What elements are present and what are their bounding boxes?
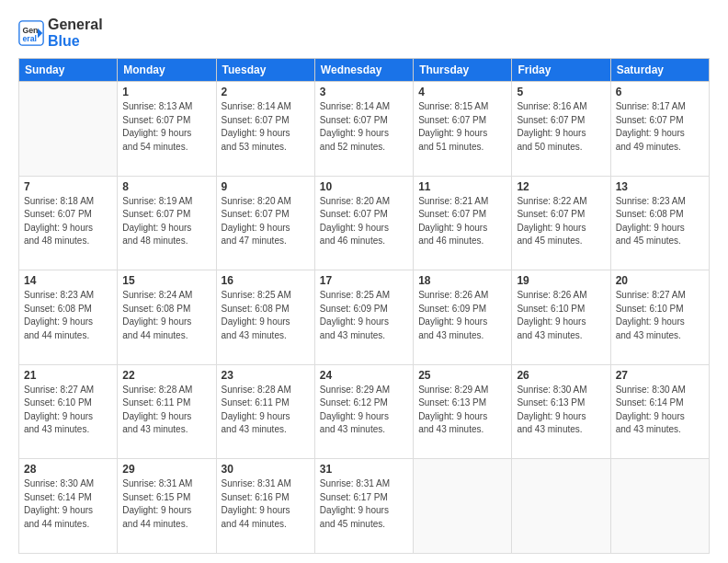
day-number: 31 — [320, 463, 408, 476]
day-number: 17 — [320, 274, 408, 287]
calendar-cell: 13Sunrise: 8:23 AMSunset: 6:08 PMDayligh… — [610, 176, 709, 270]
day-info: Sunrise: 8:25 AMSunset: 6:08 PMDaylight:… — [222, 289, 310, 342]
logo: Gen eral General Blue — [18, 17, 103, 49]
calendar-cell: 17Sunrise: 8:25 AMSunset: 6:09 PMDayligh… — [314, 270, 413, 365]
day-number: 20 — [616, 274, 704, 287]
day-info: Sunrise: 8:20 AMSunset: 6:07 PMDaylight:… — [222, 195, 310, 248]
calendar-week-row: 28Sunrise: 8:30 AMSunset: 6:14 PMDayligh… — [19, 459, 710, 554]
weekday-header-wednesday: Wednesday — [314, 59, 413, 82]
day-info: Sunrise: 8:28 AMSunset: 6:11 PMDaylight:… — [122, 384, 210, 437]
day-info: Sunrise: 8:27 AMSunset: 6:10 PMDaylight:… — [24, 384, 112, 437]
calendar-week-row: 7Sunrise: 8:18 AMSunset: 6:07 PMDaylight… — [19, 176, 710, 270]
calendar-cell — [19, 82, 118, 177]
day-info: Sunrise: 8:22 AMSunset: 6:07 PMDaylight:… — [517, 195, 605, 248]
day-number: 13 — [616, 180, 704, 193]
day-info: Sunrise: 8:14 AMSunset: 6:07 PMDaylight:… — [222, 100, 310, 154]
day-info: Sunrise: 8:24 AMSunset: 6:08 PMDaylight:… — [122, 289, 210, 342]
calendar-cell: 28Sunrise: 8:30 AMSunset: 6:14 PMDayligh… — [19, 459, 118, 554]
day-number: 6 — [616, 86, 704, 98]
calendar-cell: 18Sunrise: 8:26 AMSunset: 6:09 PMDayligh… — [414, 270, 512, 365]
day-info: Sunrise: 8:17 AMSunset: 6:07 PMDaylight:… — [616, 100, 704, 154]
day-info: Sunrise: 8:13 AMSunset: 6:07 PMDaylight:… — [122, 100, 210, 154]
day-number: 14 — [24, 274, 112, 287]
day-number: 30 — [222, 463, 310, 476]
calendar-cell — [610, 459, 709, 554]
header: Gen eral General Blue — [18, 17, 710, 49]
calendar-cell: 31Sunrise: 8:31 AMSunset: 6:17 PMDayligh… — [314, 459, 413, 554]
day-number: 29 — [122, 463, 210, 476]
day-number: 18 — [418, 274, 506, 287]
calendar-cell: 2Sunrise: 8:14 AMSunset: 6:07 PMDaylight… — [216, 82, 314, 177]
calendar-cell: 30Sunrise: 8:31 AMSunset: 6:16 PMDayligh… — [216, 459, 314, 554]
day-number: 3 — [320, 86, 408, 98]
day-info: Sunrise: 8:26 AMSunset: 6:10 PMDaylight:… — [517, 289, 605, 342]
calendar-table: SundayMondayTuesdayWednesdayThursdayFrid… — [18, 58, 710, 554]
day-number: 10 — [320, 180, 408, 193]
day-number: 25 — [418, 369, 506, 382]
svg-text:eral: eral — [22, 33, 37, 42]
calendar-cell: 9Sunrise: 8:20 AMSunset: 6:07 PMDaylight… — [216, 176, 314, 270]
page: Gen eral General Blue SundayMondayTuesda… — [0, 0, 728, 563]
day-info: Sunrise: 8:25 AMSunset: 6:09 PMDaylight:… — [320, 289, 408, 342]
day-number: 24 — [320, 369, 408, 382]
calendar-cell: 6Sunrise: 8:17 AMSunset: 6:07 PMDaylight… — [610, 82, 709, 177]
calendar-cell: 15Sunrise: 8:24 AMSunset: 6:08 PMDayligh… — [118, 270, 216, 365]
calendar-week-row: 21Sunrise: 8:27 AMSunset: 6:10 PMDayligh… — [19, 364, 710, 459]
weekday-header-monday: Monday — [118, 59, 216, 82]
day-info: Sunrise: 8:20 AMSunset: 6:07 PMDaylight:… — [320, 195, 408, 248]
day-number: 26 — [517, 369, 605, 382]
calendar-cell: 24Sunrise: 8:29 AMSunset: 6:12 PMDayligh… — [314, 364, 413, 459]
day-info: Sunrise: 8:27 AMSunset: 6:10 PMDaylight:… — [616, 289, 704, 342]
day-number: 22 — [122, 369, 210, 382]
calendar-cell: 8Sunrise: 8:19 AMSunset: 6:07 PMDaylight… — [118, 176, 216, 270]
calendar-cell: 12Sunrise: 8:22 AMSunset: 6:07 PMDayligh… — [512, 176, 610, 270]
day-number: 9 — [222, 180, 310, 193]
day-info: Sunrise: 8:23 AMSunset: 6:08 PMDaylight:… — [24, 289, 112, 342]
day-info: Sunrise: 8:29 AMSunset: 6:13 PMDaylight:… — [418, 384, 506, 437]
day-info: Sunrise: 8:31 AMSunset: 6:15 PMDaylight:… — [122, 477, 210, 531]
day-number: 28 — [24, 463, 112, 476]
day-number: 19 — [517, 274, 605, 287]
day-info: Sunrise: 8:31 AMSunset: 6:16 PMDaylight:… — [222, 477, 310, 531]
day-info: Sunrise: 8:21 AMSunset: 6:07 PMDaylight:… — [418, 195, 506, 248]
day-info: Sunrise: 8:23 AMSunset: 6:08 PMDaylight:… — [616, 195, 704, 248]
weekday-header-friday: Friday — [512, 59, 610, 82]
day-info: Sunrise: 8:14 AMSunset: 6:07 PMDaylight:… — [320, 100, 408, 154]
day-number: 8 — [122, 180, 210, 193]
calendar-header-row: SundayMondayTuesdayWednesdayThursdayFrid… — [19, 59, 710, 82]
day-info: Sunrise: 8:30 AMSunset: 6:14 PMDaylight:… — [24, 477, 112, 531]
calendar-cell: 25Sunrise: 8:29 AMSunset: 6:13 PMDayligh… — [414, 364, 512, 459]
calendar-cell: 16Sunrise: 8:25 AMSunset: 6:08 PMDayligh… — [216, 270, 314, 365]
calendar-week-row: 1Sunrise: 8:13 AMSunset: 6:07 PMDaylight… — [19, 82, 710, 177]
calendar-cell: 10Sunrise: 8:20 AMSunset: 6:07 PMDayligh… — [314, 176, 413, 270]
calendar-cell: 27Sunrise: 8:30 AMSunset: 6:14 PMDayligh… — [610, 364, 709, 459]
logo-blue: Blue — [48, 33, 103, 50]
day-number: 1 — [122, 86, 210, 98]
day-number: 4 — [418, 86, 506, 98]
day-number: 16 — [222, 274, 310, 287]
day-number: 12 — [517, 180, 605, 193]
calendar-cell: 4Sunrise: 8:15 AMSunset: 6:07 PMDaylight… — [414, 82, 512, 177]
day-number: 11 — [418, 180, 506, 193]
day-info: Sunrise: 8:29 AMSunset: 6:12 PMDaylight:… — [320, 384, 408, 437]
calendar-cell: 19Sunrise: 8:26 AMSunset: 6:10 PMDayligh… — [512, 270, 610, 365]
day-info: Sunrise: 8:18 AMSunset: 6:07 PMDaylight:… — [24, 195, 112, 248]
calendar-cell: 20Sunrise: 8:27 AMSunset: 6:10 PMDayligh… — [610, 270, 709, 365]
calendar-cell: 22Sunrise: 8:28 AMSunset: 6:11 PMDayligh… — [118, 364, 216, 459]
calendar-cell: 29Sunrise: 8:31 AMSunset: 6:15 PMDayligh… — [118, 459, 216, 554]
calendar-cell: 7Sunrise: 8:18 AMSunset: 6:07 PMDaylight… — [19, 176, 118, 270]
day-number: 2 — [222, 86, 310, 98]
day-number: 21 — [24, 369, 112, 382]
day-number: 7 — [24, 180, 112, 193]
calendar-cell: 21Sunrise: 8:27 AMSunset: 6:10 PMDayligh… — [19, 364, 118, 459]
weekday-header-saturday: Saturday — [610, 59, 709, 82]
weekday-header-thursday: Thursday — [414, 59, 512, 82]
day-info: Sunrise: 8:26 AMSunset: 6:09 PMDaylight:… — [418, 289, 506, 342]
weekday-header-tuesday: Tuesday — [216, 59, 314, 82]
day-info: Sunrise: 8:19 AMSunset: 6:07 PMDaylight:… — [122, 195, 210, 248]
calendar-cell: 26Sunrise: 8:30 AMSunset: 6:13 PMDayligh… — [512, 364, 610, 459]
day-info: Sunrise: 8:30 AMSunset: 6:13 PMDaylight:… — [517, 384, 605, 437]
day-number: 5 — [517, 86, 605, 98]
day-number: 27 — [616, 369, 704, 382]
calendar-week-row: 14Sunrise: 8:23 AMSunset: 6:08 PMDayligh… — [19, 270, 710, 365]
